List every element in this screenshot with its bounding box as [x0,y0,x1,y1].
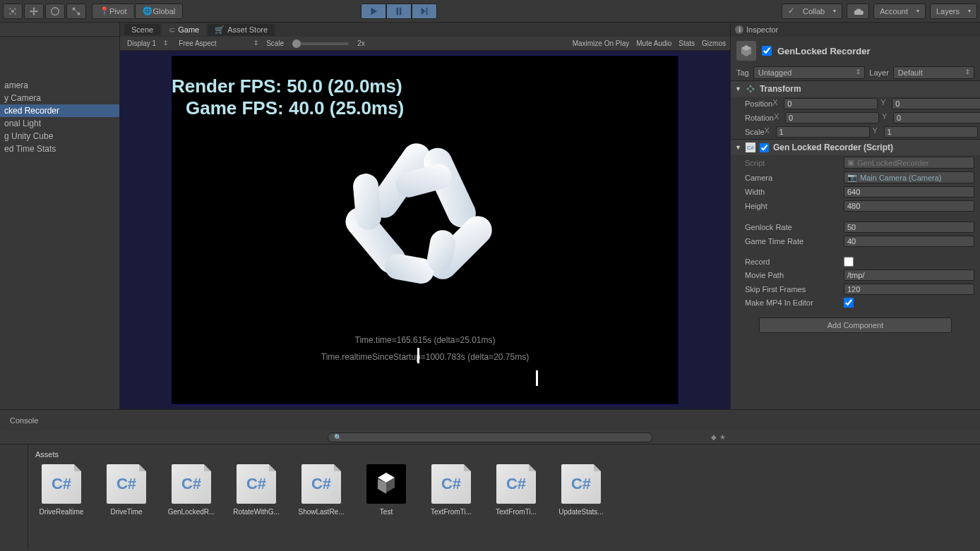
asset-item[interactable]: C#DriveRealtime [35,464,88,516]
time-time: Time.time=165.615s (delta=25.01ms) [172,335,679,345]
favorite-icon[interactable]: ★ [719,433,726,441]
pause-button[interactable] [386,4,412,19]
transform-icon [746,84,755,94]
playback-controls [361,4,437,19]
layer-dropdown[interactable]: Default [893,66,974,79]
step-button[interactable] [412,4,437,19]
inspector-tab[interactable]: Inspector [731,23,980,37]
unity-scene-icon [366,464,406,504]
csharp-script-icon: C# [237,464,276,504]
collab-dropdown[interactable]: ✓ Collab [782,4,842,19]
asset-label: UpdateStats... [555,508,607,516]
position-label: Position [745,99,772,108]
script-field[interactable]: ▣ GenLockedRecorder [844,157,974,169]
transform-tools [3,4,86,19]
hierarchy-item[interactable]: ed Time Stats [0,143,119,155]
asset-item[interactable]: C#ShowLastRe... [295,464,347,516]
active-checkbox[interactable] [762,46,772,56]
asset-label: DriveTime [100,508,153,516]
csharp-script-icon: C# [172,464,211,504]
scale-y[interactable] [884,126,978,138]
csharp-script-icon: C# [431,464,471,504]
game-frame: Render FPS: 50.0 (20.0ms) Game FPS: 40.0… [171,55,679,405]
hierarchy-item[interactable]: amera [0,79,119,92]
account-dropdown[interactable]: Account [873,4,926,19]
scale-label: Scale [745,128,765,136]
asset-item[interactable]: Test [360,464,412,516]
object-name[interactable]: GenLocked Recorder [777,46,871,56]
move-tool[interactable] [24,4,44,19]
asset-item[interactable]: C#TextFromTi... [425,464,477,516]
skip-field[interactable] [844,284,974,295]
width-field[interactable] [844,186,974,198]
script-enabled[interactable] [760,143,769,152]
global-toggle[interactable]: 🌐 Global [135,4,183,19]
mute-toggle[interactable]: Mute Audio [636,40,671,47]
project-search[interactable] [328,432,652,442]
asset-label: RotateWithG... [230,508,282,516]
moviepath-field[interactable] [844,270,974,281]
mp4-checkbox[interactable] [844,298,854,308]
csharp-script-icon: C# [496,464,536,504]
tab-game[interactable]: ⊂ Game [162,24,206,36]
hand-tool[interactable] [3,4,23,19]
svg-rect-2 [78,12,80,15]
console-panel: Console [0,409,980,430]
marker-1 [417,348,419,363]
position-x[interactable] [784,98,878,109]
csharp-script-icon: C# [42,464,81,504]
height-field[interactable] [844,200,974,212]
hierarchy-item[interactable]: g Unity Cube [0,130,119,143]
svg-rect-1 [73,7,76,10]
tag-label: Tag [736,68,749,77]
layers-dropdown[interactable]: Layers [930,4,977,19]
inspector-panel: Inspector GenLocked Recorder Tag Untagge… [730,23,980,409]
asset-item[interactable]: C#TextFromTi... [490,464,542,516]
object-header: GenLocked Recorder [731,37,980,65]
hierarchy-item[interactable]: y Camera [0,92,119,104]
cloud-button[interactable] [847,4,869,19]
console-tab[interactable]: Console [4,415,44,426]
hierarchy-item[interactable]: onal Light [0,117,119,130]
asset-label: DriveRealtime [35,508,88,516]
display-dropdown[interactable]: Display 1 [124,40,170,47]
asset-item[interactable]: C#GenLockedR... [165,464,217,516]
svg-point-0 [52,7,59,15]
project-toolbar: ◆★ [0,430,980,444]
script-header[interactable]: ▼ C# Gen Locked Recorder (Script) [731,140,980,155]
rotation-label: Rotation [745,114,774,122]
rotation-x[interactable] [785,112,879,123]
tab-scene[interactable]: Scene [124,24,160,35]
transform-header[interactable]: ▼ Transform [731,81,980,97]
scale-tool[interactable] [66,4,86,19]
gizmos-toggle[interactable]: Gizmos [702,40,726,47]
maximize-toggle[interactable]: Maximize On Play [573,40,630,47]
play-button[interactable] [361,4,386,19]
layer-label: Layer [869,68,889,77]
stats-toggle[interactable]: Stats [679,40,695,47]
scale-slider[interactable] [292,42,349,45]
rotation-y[interactable] [893,112,980,123]
rotate-tool[interactable] [45,4,65,19]
asset-item[interactable]: C#UpdateStats... [555,464,607,516]
asset-item[interactable]: C#RotateWithG... [230,464,282,516]
camera-field[interactable]: 📷 Main Camera (Camera) [844,171,974,183]
asset-item[interactable]: C#DriveTime [100,464,153,516]
filter-icon[interactable]: ◆ [711,433,717,441]
hierarchy-item[interactable]: cked Recorder [0,104,119,117]
pivot-group: 📍 Pivot 🌐 Global [92,4,183,19]
genlock-field[interactable] [844,222,974,233]
position-y[interactable] [892,98,980,109]
asset-label: Test [360,508,412,516]
gametime-field[interactable] [844,236,974,247]
tab-asset-store[interactable]: 🛒 Asset Store [208,24,275,36]
pivot-toggle[interactable]: 📍 Pivot [92,4,133,19]
add-component-button[interactable]: Add Component [759,317,952,333]
scale-x[interactable] [776,126,870,138]
game-toolbar: Display 1 Free Aspect Scale 2x Maximize … [120,37,730,51]
gameobject-icon [736,41,756,61]
csharp-script-icon: C# [107,464,146,504]
aspect-dropdown[interactable]: Free Aspect [176,40,261,47]
record-checkbox[interactable] [844,257,854,267]
tag-dropdown[interactable]: Untagged [753,66,866,79]
